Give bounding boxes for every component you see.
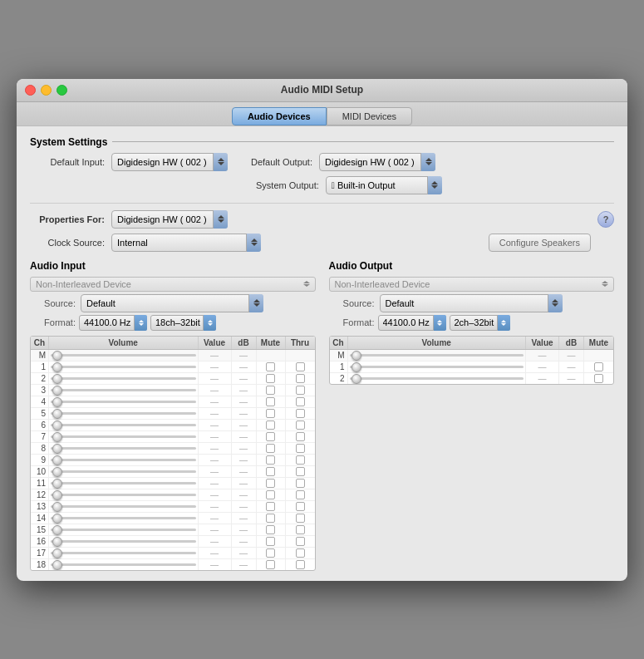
output-row-master: M — — xyxy=(330,350,614,361)
tab-midi-devices[interactable]: MIDI Devices xyxy=(327,107,412,125)
default-output-select-wrap: Digidesign HW ( 002 ) xyxy=(319,153,435,171)
input-ch-select[interactable]: 18ch–32bit xyxy=(150,315,216,331)
output-format-label: Format: xyxy=(329,317,375,327)
input-channel-table: Ch Volume Value dB Mute Thru M xyxy=(30,336,316,571)
audio-output-device-box: Non-Interleaved Device xyxy=(329,277,615,292)
clock-source-label: Clock Source: xyxy=(30,238,105,248)
input-row-9: 9 — — xyxy=(31,455,315,466)
input-hz-wrap: 44100.0 Hz xyxy=(79,315,147,331)
separator1 xyxy=(30,203,614,204)
th-mute-out: Mute xyxy=(584,337,613,349)
minimize-button[interactable] xyxy=(41,85,52,96)
input-row-8: 8 — — xyxy=(31,443,315,455)
default-output-label: Default Output: xyxy=(251,157,312,167)
input-source-select[interactable]: Default xyxy=(81,294,263,312)
audio-input-title: Audio Input xyxy=(30,260,316,272)
input-source-row: Source: Default xyxy=(30,294,316,312)
traffic-lights xyxy=(25,85,67,96)
input-format-label: Format: xyxy=(30,317,76,327)
default-output-select[interactable]: Digidesign HW ( 002 ) xyxy=(319,153,435,171)
properties-for-select-wrap: Digidesign HW ( 002 ) xyxy=(111,210,228,229)
th-db-out: dB xyxy=(559,337,584,349)
input-row-5: 5 — — xyxy=(31,408,315,420)
out-mute-1[interactable] xyxy=(594,362,603,371)
output-hz-select[interactable]: 44100.0 Hz xyxy=(378,315,446,331)
th-vol-out: Volume xyxy=(348,337,527,349)
titlebar: Audio MIDI Setup xyxy=(17,79,627,102)
th-mute-in: Mute xyxy=(257,337,286,349)
default-input-select[interactable]: Digidesign HW ( 002 ) xyxy=(111,153,228,171)
clock-source-select[interactable]: Internal xyxy=(111,234,261,252)
th-val-in: Value xyxy=(199,337,232,349)
out-device-arrow-down-icon xyxy=(602,284,608,287)
thru-checkbox-1[interactable] xyxy=(296,362,305,371)
system-settings-title: System Settings xyxy=(30,136,614,148)
system-output-select[interactable]:  Built-in Output xyxy=(326,176,442,194)
input-row-12: 12 — — xyxy=(31,489,315,501)
input-row-18: 18 — — xyxy=(31,559,315,570)
input-table-header: Ch Volume Value dB Mute Thru xyxy=(31,337,315,350)
output-source-row: Source: Default xyxy=(329,294,615,312)
mute-checkbox-1[interactable] xyxy=(266,362,275,371)
input-source-select-wrap: Default xyxy=(81,294,263,312)
db-m-in: — xyxy=(232,350,257,361)
audio-output-title: Audio Output xyxy=(329,260,615,272)
out-mute-2[interactable] xyxy=(594,374,603,383)
slider-track-m-out xyxy=(350,354,524,357)
content-area: System Settings Default Input: Digidesig… xyxy=(17,126,627,581)
input-row-10: 10 — — xyxy=(31,466,315,478)
th-ch-out: Ch xyxy=(330,337,348,349)
output-row-1: 1 — — xyxy=(330,361,614,373)
ch-m-out: M xyxy=(330,350,348,361)
th-vol-in: Volume xyxy=(49,337,199,349)
input-row-17: 17 — — xyxy=(31,548,315,559)
output-row-2: 2 — — xyxy=(330,373,614,384)
default-input-select-wrap: Digidesign HW ( 002 ) xyxy=(111,153,228,171)
audio-input-device-label: Non-Interleaved Device xyxy=(36,279,300,289)
device-arrow-down-icon xyxy=(303,284,310,287)
slider-thumb-m-in xyxy=(52,351,62,361)
audio-section: Audio Input Non-Interleaved Device Sourc… xyxy=(30,260,614,571)
mute-m-in xyxy=(257,350,286,361)
input-source-label: Source: xyxy=(30,298,76,308)
help-button[interactable]: ? xyxy=(597,211,614,228)
db-m-out: — xyxy=(559,350,584,361)
val-m-in: — xyxy=(199,350,232,361)
input-format-row: Format: 44100.0 Hz 18ch–32bit xyxy=(30,315,316,331)
output-ch-select[interactable]: 2ch–32bit xyxy=(450,315,510,331)
mute-m-out xyxy=(584,350,613,361)
out-device-arrow-up-icon xyxy=(602,281,608,283)
input-ch-wrap: 18ch–32bit xyxy=(150,315,216,331)
output-format-row: Format: 44100.0 Hz 2ch–32bit xyxy=(329,315,615,331)
input-row-11: 11 — — xyxy=(31,478,315,489)
properties-for-select[interactable]: Digidesign HW ( 002 ) xyxy=(111,210,228,229)
slider-m-in[interactable] xyxy=(49,350,199,361)
input-row-6: 6 — — xyxy=(31,420,315,431)
output-table-header: Ch Volume Value dB Mute xyxy=(330,337,614,350)
output-channel-table: Ch Volume Value dB Mute M xyxy=(329,336,615,385)
output-source-label: Source: xyxy=(329,298,375,308)
input-hz-select[interactable]: 44100.0 Hz xyxy=(79,315,147,331)
maximize-button[interactable] xyxy=(57,85,67,96)
main-window: Audio MIDI Setup Audio Devices MIDI Devi… xyxy=(17,79,627,581)
audio-output-device-arrows xyxy=(602,281,608,287)
input-row-3: 3 — — xyxy=(31,385,315,396)
audio-output-device-label: Non-Interleaved Device xyxy=(335,279,599,289)
output-ch-wrap: 2ch–32bit xyxy=(450,315,510,331)
slider-thumb-m-out xyxy=(351,351,361,361)
th-thru-in: Thru xyxy=(286,337,315,349)
default-input-label: Default Input: xyxy=(30,157,105,167)
close-button[interactable] xyxy=(25,85,36,96)
input-row-1: 1 — — xyxy=(31,361,315,373)
audio-input-device-box: Non-Interleaved Device xyxy=(30,277,316,292)
output-source-select[interactable]: Default xyxy=(380,294,563,312)
slider-track-m-in xyxy=(51,354,196,357)
tab-audio-devices[interactable]: Audio Devices xyxy=(232,107,327,125)
slider-m-out[interactable] xyxy=(348,350,527,361)
input-row-16: 16 — — xyxy=(31,536,315,548)
window-title: Audio MIDI Setup xyxy=(281,84,363,96)
input-row-15: 15 — — xyxy=(31,524,315,536)
configure-speakers-button[interactable]: Configure Speakers xyxy=(489,234,591,252)
input-row-7: 7 — — xyxy=(31,431,315,443)
th-ch-in: Ch xyxy=(31,337,49,349)
